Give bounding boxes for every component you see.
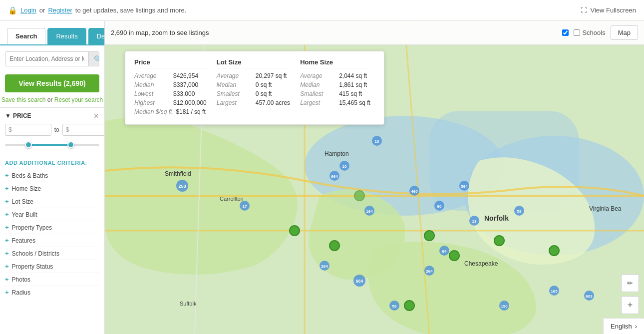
- or-text: or: [39, 6, 45, 14]
- save-search-link[interactable]: Save this search: [1, 96, 46, 103]
- content-area: 258 17 664 164 460 60 564 13 58 Smithfie…: [105, 21, 644, 334]
- fullscreen-button[interactable]: ⛶ View Fullscreen: [581, 6, 636, 14]
- search-button[interactable]: 🔍: [88, 52, 99, 66]
- svg-text:Hampton: Hampton: [324, 150, 349, 157]
- stat-label: Largest: [300, 99, 335, 106]
- plus-icon: +: [5, 250, 9, 257]
- map-button[interactable]: Map: [611, 25, 638, 40]
- price-title: PRICE: [13, 112, 31, 119]
- search-input[interactable]: [5, 52, 88, 66]
- criteria-label: Home Size: [12, 185, 41, 192]
- stats-row: Average 20,297 sq ft: [217, 72, 290, 79]
- svg-point-37: [449, 251, 459, 261]
- top-banner: 🔒 Login or Register to get updates, save…: [0, 0, 644, 21]
- map-draw-button[interactable]: ✏: [621, 274, 639, 292]
- stats-home-size-title: Home Size: [300, 58, 370, 68]
- svg-text:165: 165: [551, 289, 558, 294]
- price-header: ▼ PRICE ✕: [5, 112, 99, 120]
- map-checkbox[interactable]: [562, 29, 569, 36]
- criteria-lot-size[interactable]: + Lot Size: [5, 195, 99, 208]
- price-min-input[interactable]: 150,000: [13, 126, 48, 133]
- plus-icon: +: [5, 185, 9, 192]
- reset-search-link[interactable]: Reset your search: [54, 96, 103, 103]
- search-area: 🔍: [0, 44, 104, 70]
- price-section: ▼ PRICE ✕ $ 150,000 to $ 500,000: [0, 107, 104, 156]
- svg-text:Smithfield: Smithfield: [165, 170, 191, 177]
- svg-text:264: 264: [426, 269, 433, 274]
- price-slider-thumb-left[interactable]: [25, 141, 32, 148]
- criteria-label: Lot Size: [12, 198, 33, 205]
- criteria-property-types[interactable]: + Property Types: [5, 221, 99, 234]
- criteria-property-status[interactable]: + Property Status: [5, 260, 99, 273]
- login-link[interactable]: Login: [20, 6, 36, 14]
- criteria-year-built[interactable]: + Year Built: [5, 208, 99, 221]
- schools-checkbox[interactable]: [574, 29, 580, 36]
- price-label: ▼ PRICE: [5, 112, 31, 119]
- svg-point-39: [549, 246, 559, 256]
- svg-text:460: 460: [411, 189, 418, 194]
- plus-icon: +: [5, 276, 9, 283]
- svg-text:Carrollton: Carrollton: [220, 196, 244, 202]
- stats-row: Median $/sq ft $181 / sq ft: [134, 108, 207, 115]
- tab-bar: Search Results Details: [0, 21, 104, 44]
- criteria-beds-baths[interactable]: + Beds & Baths: [5, 169, 99, 182]
- svg-text:264: 264: [321, 264, 328, 269]
- view-results-button[interactable]: View Results (2,690): [5, 74, 99, 92]
- stat-label: Average: [217, 72, 252, 79]
- additional-criteria-label: ADD ADDITIONAL CRITERIA:: [5, 160, 99, 166]
- main-layout: Search Results Details 🔍 View Results (2…: [0, 21, 644, 334]
- svg-point-36: [424, 231, 434, 241]
- svg-text:564: 564: [461, 184, 468, 189]
- promo-text: to get updates, save listings and more.: [75, 6, 187, 14]
- criteria-photos[interactable]: + Photos: [5, 273, 99, 286]
- svg-point-34: [329, 241, 339, 251]
- criteria-schools-districts[interactable]: + Schools / Districts: [5, 247, 99, 260]
- stat-value: 0 sq ft: [256, 90, 272, 97]
- plus-icon: +: [5, 263, 9, 270]
- svg-text:190: 190: [501, 304, 508, 309]
- register-link[interactable]: Register: [48, 6, 72, 14]
- fullscreen-label: View Fullscreen: [590, 6, 636, 14]
- price-slider-thumb-right[interactable]: [67, 141, 74, 148]
- map-zoom-in-button[interactable]: +: [621, 296, 639, 314]
- language-label: English: [611, 323, 632, 330]
- stats-row: Median 0 sq ft: [217, 81, 290, 88]
- tab-results[interactable]: Results: [47, 28, 86, 44]
- tab-search[interactable]: Search: [7, 28, 45, 44]
- stats-popup: Price Average $426,954 Median $337,000 L…: [125, 51, 384, 125]
- language-selector[interactable]: English ›: [603, 318, 644, 334]
- stats-row: Smallest 0 sq ft: [217, 90, 290, 97]
- fullscreen-icon: ⛶: [581, 6, 587, 14]
- criteria-radius[interactable]: + Radius: [5, 286, 99, 299]
- criteria-label: Schools / Districts: [12, 250, 59, 257]
- criteria-features[interactable]: + Features: [5, 234, 99, 247]
- criteria-label: Features: [12, 237, 35, 244]
- svg-text:17: 17: [243, 204, 247, 209]
- price-max-input[interactable]: 500,000: [70, 126, 105, 133]
- criteria-home-size[interactable]: + Home Size: [5, 182, 99, 195]
- price-slider: [5, 140, 99, 150]
- price-inputs: $ 150,000 to $ 500,000: [5, 124, 99, 136]
- svg-text:58: 58: [517, 209, 522, 214]
- price-to-label: to: [54, 126, 59, 133]
- stat-value: 20,297 sq ft: [256, 72, 287, 79]
- stats-home-size-column: Home Size Average 2,044 sq ft Median 1,8…: [300, 58, 370, 117]
- tab-details[interactable]: Details: [88, 28, 105, 44]
- stats-row: Average 2,044 sq ft: [300, 72, 370, 79]
- criteria-label: Photos: [12, 276, 30, 283]
- svg-text:603: 603: [586, 294, 593, 299]
- plus-icon: +: [5, 224, 9, 231]
- schools-checkbox-wrap: Schools: [574, 29, 605, 36]
- stat-value: 1,861 sq ft: [339, 81, 367, 88]
- stat-value: $426,954: [173, 72, 198, 79]
- stats-row: Highest $12,000,000: [134, 99, 207, 106]
- price-close-button[interactable]: ✕: [93, 112, 99, 120]
- price-max-wrap: $ 500,000: [62, 124, 105, 136]
- plus-icon: +: [5, 172, 9, 179]
- stat-value: $337,000: [173, 81, 198, 88]
- criteria-label: Beds & Baths: [12, 172, 48, 179]
- svg-text:10: 10: [342, 164, 347, 169]
- stat-label: Median $/sq ft: [134, 108, 172, 115]
- map-checkbox-wrap: [562, 29, 569, 36]
- stat-label: Smallest: [217, 90, 252, 97]
